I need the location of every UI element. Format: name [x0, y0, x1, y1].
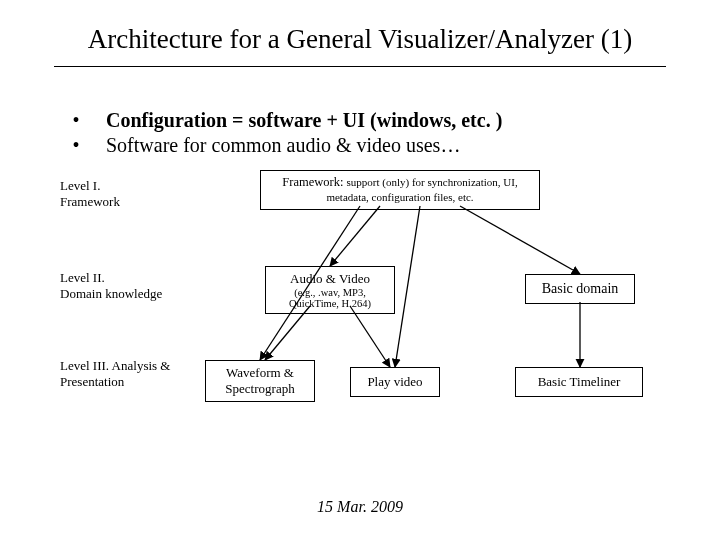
node-waveform-line1: Waveform &: [212, 365, 308, 381]
svg-line-5: [350, 306, 390, 367]
title-divider: [54, 66, 666, 67]
level-2-label-b: Domain knowledge: [60, 286, 162, 301]
level-2-label-a: Level II.: [60, 270, 105, 285]
node-basic-timeliner-text: Basic Timeliner: [538, 374, 621, 389]
level-2-label: Level II. Domain knowledge: [60, 270, 190, 301]
node-basic-timeliner: Basic Timeliner: [515, 367, 643, 397]
node-framework-title-text: Framework:: [282, 175, 343, 189]
level-1-label-b: Framework: [60, 194, 120, 209]
slide: Architecture for a General Visualizer/An…: [0, 0, 720, 540]
level-1-label: Level I. Framework: [60, 178, 190, 209]
architecture-diagram: Level I. Framework Level II. Domain know…: [60, 170, 660, 430]
node-play-video-text: Play video: [367, 374, 422, 389]
node-play-video: Play video: [350, 367, 440, 397]
bullet-item: • Software for common audio & video uses…: [72, 133, 502, 158]
bullet-text: Software for common audio & video uses…: [106, 133, 460, 158]
bullet-dot-icon: •: [72, 133, 80, 158]
footer-date: 15 Mar. 2009: [0, 498, 720, 516]
node-framework-title: Framework: support (only) for synchroniz…: [282, 175, 517, 204]
level-1-label-a: Level I.: [60, 178, 100, 193]
level-3-label-a: Level III. Analysis &: [60, 358, 170, 373]
bullet-dot-icon: •: [72, 108, 80, 133]
svg-line-2: [395, 206, 420, 367]
bullet-list: • Configuration = software + UI (windows…: [72, 108, 502, 158]
node-basic-domain-text: Basic domain: [542, 281, 619, 296]
node-waveform: Waveform & Spectrograph: [205, 360, 315, 402]
node-audio-video: Audio & Video (e.g., .wav, MP3, QuickTim…: [265, 266, 395, 314]
node-audio-video-subtitle: (e.g., .wav, MP3, QuickTime, H.264): [272, 287, 388, 309]
svg-line-4: [265, 306, 310, 360]
bullet-item: • Configuration = software + UI (windows…: [72, 108, 502, 133]
node-framework-subtitle-text: support (only) for synchronization, UI, …: [326, 176, 517, 203]
node-waveform-line2: Spectrograph: [212, 381, 308, 397]
node-basic-domain: Basic domain: [525, 274, 635, 304]
slide-title: Architecture for a General Visualizer/An…: [0, 24, 720, 55]
node-audio-video-title: Audio & Video: [272, 271, 388, 287]
svg-line-3: [460, 206, 580, 274]
node-framework: Framework: support (only) for synchroniz…: [260, 170, 540, 210]
level-3-label: Level III. Analysis & Presentation: [60, 358, 190, 389]
level-3-label-b: Presentation: [60, 374, 124, 389]
bullet-text: Configuration = software + UI (windows, …: [106, 108, 502, 133]
svg-line-1: [330, 206, 380, 266]
